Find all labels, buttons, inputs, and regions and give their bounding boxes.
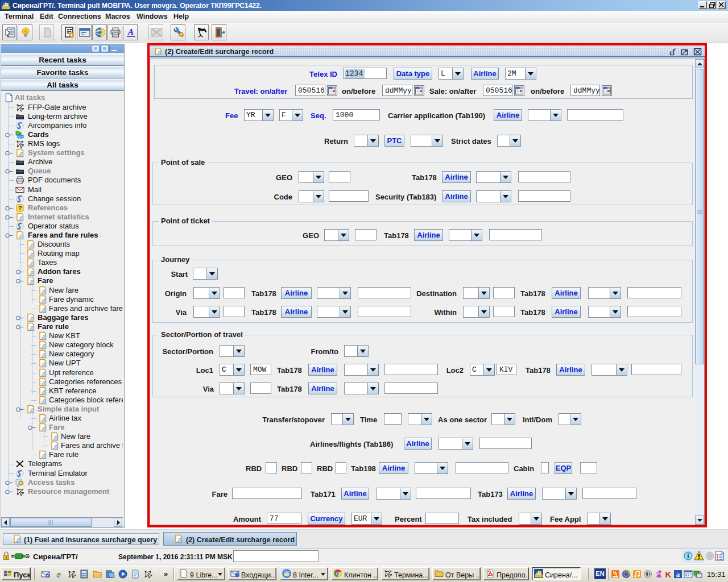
svg-text:K: K xyxy=(665,569,672,579)
svg-text:a: a xyxy=(676,570,680,579)
svg-text:A: A xyxy=(127,27,134,36)
svg-text:e: e xyxy=(56,569,61,579)
